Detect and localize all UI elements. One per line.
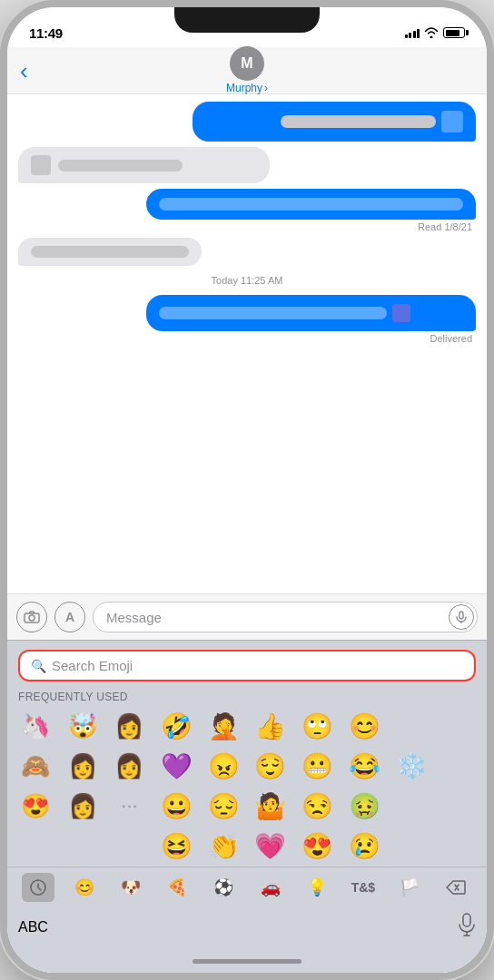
- received-bubble: [18, 147, 270, 183]
- emoji-21[interactable]: 😢: [342, 827, 388, 865]
- message-row: [18, 102, 476, 142]
- emoji-memoji-5[interactable]: 👩: [60, 747, 105, 785]
- camera-button[interactable]: [16, 602, 47, 632]
- appstore-icon: A: [65, 610, 74, 624]
- messages-area: Read 1/8/21 Today 11:25 AM Delivered: [7, 94, 487, 593]
- keyboard-bottom-bar: ABC: [7, 907, 487, 949]
- notch: [174, 7, 320, 33]
- timestamp: Today 11:25 AM: [18, 275, 476, 286]
- symbols-icon: T&$: [351, 880, 375, 895]
- delete-button[interactable]: [440, 873, 472, 902]
- emoji-memoji-8[interactable]: 👩: [60, 787, 105, 825]
- emoji-memoji-7[interactable]: 😍: [13, 787, 58, 825]
- emoji-17[interactable]: 😆: [153, 827, 199, 865]
- category-objects[interactable]: 💡: [301, 873, 333, 902]
- status-icons: [405, 27, 466, 38]
- wifi-icon: [424, 27, 439, 38]
- category-flags[interactable]: 🏳️: [393, 873, 426, 902]
- emoji-19[interactable]: 💗: [248, 827, 293, 865]
- emoji-13[interactable]: 😔: [201, 787, 246, 825]
- delete-icon: [446, 880, 466, 895]
- emoji-10[interactable]: 😂: [342, 747, 388, 785]
- signal-icon: [405, 27, 420, 38]
- emoji-15[interactable]: 😒: [295, 787, 341, 825]
- emoji-14[interactable]: 🤷: [248, 787, 293, 825]
- emoji-search-area: 🔍 Search Emoji: [7, 641, 487, 687]
- emoji-16[interactable]: 🤢: [342, 787, 388, 825]
- nav-bar: ‹ M Murphy ›: [7, 47, 487, 94]
- category-recent[interactable]: [22, 873, 54, 902]
- emoji-6[interactable]: 💜: [153, 747, 199, 785]
- emoji-dots[interactable]: ···: [107, 787, 153, 825]
- category-food[interactable]: 🍕: [161, 873, 193, 902]
- objects-icon: 💡: [307, 877, 327, 897]
- back-button[interactable]: ‹: [20, 59, 28, 83]
- emoji-12[interactable]: 😀: [153, 787, 199, 825]
- freq-used-label: FREQUENTLY USED: [7, 687, 487, 707]
- emoji-memoji-1[interactable]: 🦄: [13, 707, 58, 745]
- sports-icon: ⚽: [213, 877, 233, 897]
- emoji-memoji-6[interactable]: 👩: [107, 747, 153, 785]
- emoji-20[interactable]: 😍: [295, 827, 341, 865]
- emoji-4[interactable]: 🙄: [295, 707, 341, 745]
- emoji-memoji-3[interactable]: 👩: [107, 707, 153, 745]
- audio-icon: [455, 611, 468, 623]
- emoji-1[interactable]: 🤣: [153, 707, 199, 745]
- battery-icon: [443, 27, 465, 38]
- emoji-grid: 🦄 🤯 👩 🤣 🤦 👍 🙄 😊 🙈 👩 👩 💜 😠 😌 😬 😂: [7, 707, 487, 867]
- sent-bubble: [146, 295, 476, 331]
- message-row: Read 1/8/21: [18, 189, 476, 232]
- emoji-memoji-2[interactable]: 🤯: [60, 707, 105, 745]
- emoji-keyboard: 🔍 Search Emoji FREQUENTLY USED 🦄 🤯 👩 🤣 🤦…: [7, 640, 487, 973]
- emoji-5[interactable]: 😊: [342, 707, 388, 745]
- message-row: [18, 147, 476, 183]
- emoji-category-bar: 😊 🐶 🍕 ⚽ 🚗 💡 T&$: [7, 867, 487, 907]
- back-chevron: ‹: [20, 59, 28, 83]
- home-indicator: [7, 949, 487, 973]
- emoji-col-placeholder: [13, 827, 58, 865]
- message-meta: Read 1/8/21: [414, 221, 476, 232]
- keyboard-abc-label[interactable]: ABC: [18, 919, 48, 936]
- message-row: Delivered: [18, 295, 476, 344]
- emoji-18[interactable]: 👏: [201, 827, 246, 865]
- category-travel[interactable]: 🚗: [254, 873, 287, 902]
- smileys-icon: 😊: [74, 877, 94, 897]
- received-bubble: [18, 238, 202, 266]
- microphone-icon[interactable]: [458, 913, 476, 942]
- search-placeholder: Search Emoji: [52, 658, 133, 673]
- message-input[interactable]: Message: [93, 602, 478, 632]
- camera-icon: [24, 611, 40, 623]
- sent-bubble: [193, 102, 476, 142]
- audio-button[interactable]: [449, 604, 474, 630]
- emoji-memoji-4[interactable]: 🙈: [13, 747, 58, 785]
- input-area: A Message: [7, 593, 487, 640]
- emoji-search-box[interactable]: 🔍 Search Emoji: [18, 650, 476, 681]
- animals-icon: 🐶: [121, 877, 141, 897]
- emoji-col-placeholder3: [107, 827, 153, 865]
- category-sports[interactable]: ⚽: [207, 873, 240, 902]
- phone-screen: 11:49 ‹: [7, 7, 487, 973]
- contact-name: Murphy ›: [226, 82, 268, 94]
- status-time: 11:49: [29, 25, 63, 41]
- category-emoji[interactable]: 😊: [68, 873, 101, 902]
- contact-chevron: ›: [264, 82, 268, 94]
- sent-bubble: [146, 189, 476, 220]
- emoji-11[interactable]: ❄️: [389, 747, 434, 785]
- emoji-3[interactable]: 👍: [248, 707, 293, 745]
- emoji-8[interactable]: 😌: [248, 747, 293, 785]
- appstore-button[interactable]: A: [54, 602, 85, 632]
- svg-rect-2: [459, 612, 463, 619]
- input-placeholder: Message: [106, 610, 162, 625]
- emoji-2[interactable]: 🤦: [201, 707, 246, 745]
- message-row: [18, 238, 476, 266]
- message-input-container: Message: [93, 602, 478, 632]
- phone-frame: 11:49 ‹: [0, 0, 494, 980]
- contact-header[interactable]: M Murphy ›: [226, 46, 268, 94]
- category-symbols[interactable]: T&$: [347, 873, 380, 902]
- emoji-9[interactable]: 😬: [295, 747, 341, 785]
- svg-rect-5: [463, 914, 470, 926]
- emoji-7[interactable]: 😠: [201, 747, 246, 785]
- category-animals[interactable]: 🐶: [114, 873, 147, 902]
- avatar: M: [230, 46, 264, 81]
- food-icon: 🍕: [167, 877, 187, 897]
